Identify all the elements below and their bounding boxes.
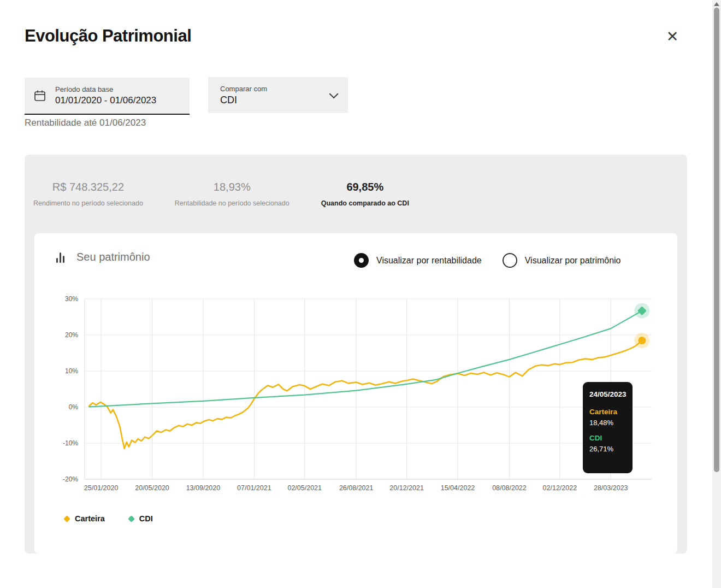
stat-rentabilidade: 18,93% Rentabilidade no período selecion…: [167, 181, 297, 207]
svg-text:07/01/2021: 07/01/2021: [237, 484, 271, 492]
stat-label: Rendimento no período selecionado: [33, 199, 143, 207]
period-field-label: Período data base: [55, 85, 156, 93]
stat-label: Quando comparado ao CDI: [321, 199, 409, 207]
svg-text:10%: 10%: [65, 367, 78, 375]
svg-text:26/08/2021: 26/08/2021: [339, 484, 374, 492]
svg-text:30%: 30%: [65, 295, 78, 303]
svg-text:-20%: -20%: [63, 475, 78, 483]
stat-value: R$ 748.325,22: [33, 181, 143, 193]
svg-text:08/08/2022: 08/08/2022: [492, 484, 527, 492]
compare-dropdown[interactable]: Comparar com CDI: [208, 77, 348, 113]
legend-item-cdi[interactable]: CDI: [129, 514, 153, 523]
page-title: Evolução Patrimonial: [25, 26, 191, 46]
chart-tooltip: 24/05/2023 Carteira 18,48% CDI 26,71%: [583, 382, 633, 473]
stat-value: 69,85%: [321, 181, 409, 193]
stat-rendimento: R$ 748.325,22 Rendimento no período sele…: [26, 181, 151, 207]
legend-marker-icon: [128, 515, 135, 522]
tooltip-series-value: 18,48%: [589, 419, 626, 427]
stat-comparado-cdi: 69,85% Quando comparado ao CDI: [314, 181, 417, 207]
tooltip-date: 24/05/2023: [589, 390, 626, 398]
evolucao-patrimonial-modal: Evolução Patrimonial ✕ Período data base…: [0, 0, 721, 588]
compare-dropdown-label: Comparar com: [220, 85, 329, 93]
svg-text:28/03/2023: 28/03/2023: [594, 484, 628, 492]
results-panel: R$ 748.325,22 Rendimento no período sele…: [25, 155, 687, 554]
svg-text:20%: 20%: [65, 331, 78, 339]
tooltip-series-name: CDI: [589, 434, 626, 442]
scroll-up-arrow-icon[interactable]: [714, 2, 719, 6]
period-date-range-field[interactable]: Período data base 01/01/2020 - 01/06/202…: [25, 78, 190, 115]
period-field-value: 01/01/2020 - 01/06/2023: [55, 95, 156, 106]
close-icon[interactable]: ✕: [662, 26, 683, 47]
summary-stats-row: R$ 748.325,22 Rendimento no período sele…: [25, 155, 687, 207]
line-chart-plot[interactable]: 30%20%10%0%-10%-20%25/01/202020/05/20201…: [34, 233, 677, 554]
svg-text:13/09/2020: 13/09/2020: [186, 484, 221, 492]
chart-card: Seu patrimônio Visualizar por rentabilid…: [34, 233, 677, 554]
svg-text:20/12/2021: 20/12/2021: [389, 484, 424, 492]
calendar-icon: [33, 89, 46, 102]
svg-text:20/05/2020: 20/05/2020: [135, 484, 169, 492]
tooltip-series-name: Carteira: [589, 408, 626, 416]
stat-label: Rentabilidade no período selecionado: [175, 199, 289, 207]
legend-marker-icon: [63, 515, 70, 522]
scrollbar-thumb[interactable]: [714, 8, 719, 472]
tooltip-series-value: 26,71%: [589, 445, 626, 453]
svg-text:-10%: -10%: [63, 439, 78, 447]
svg-text:25/01/2020: 25/01/2020: [84, 484, 119, 492]
chevron-down-icon: [329, 89, 339, 98]
svg-text:02/05/2021: 02/05/2021: [287, 484, 322, 492]
svg-text:02/12/2022: 02/12/2022: [543, 484, 577, 492]
svg-text:0%: 0%: [69, 403, 79, 411]
vertical-scrollbar[interactable]: [712, 0, 721, 588]
legend-item-carteira[interactable]: Carteira: [64, 514, 105, 523]
svg-text:15/04/2022: 15/04/2022: [441, 484, 475, 492]
chart-legend: Carteira CDI: [64, 514, 153, 523]
rentabilidade-helper-text: Rentabilidade até 01/06/2023: [25, 117, 146, 128]
compare-dropdown-value: CDI: [220, 95, 329, 106]
stat-value: 18,93%: [175, 181, 289, 193]
